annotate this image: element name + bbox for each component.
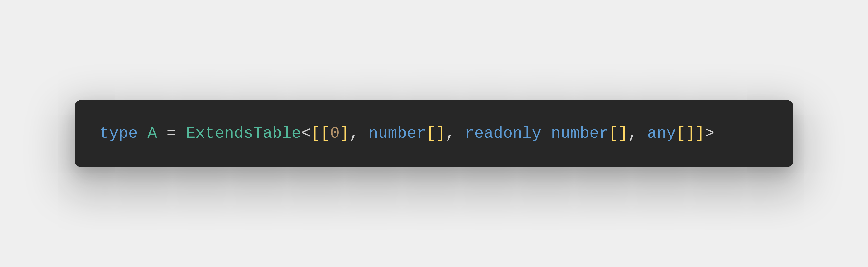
- code-token: []: [609, 125, 628, 142]
- code-token: number: [551, 125, 609, 142]
- code-token: =: [167, 125, 177, 142]
- code-token: [138, 125, 148, 142]
- code-token: [359, 125, 369, 142]
- code-token: ]: [340, 125, 349, 142]
- code-token: number: [368, 125, 426, 142]
- code-token: >: [705, 125, 715, 142]
- code-token: type: [99, 125, 138, 142]
- code-token: readonly: [465, 125, 541, 142]
- code-token: any: [647, 125, 676, 142]
- code-block: type A = ExtendsTable<[[0], number[], re…: [74, 100, 794, 167]
- code-line: type A = ExtendsTable<[[0], number[], re…: [99, 123, 769, 145]
- code-token: ExtendsTable: [186, 125, 301, 142]
- code-token: ,: [628, 125, 638, 142]
- code-token: [541, 125, 551, 142]
- code-token: [638, 125, 647, 142]
- code-token: [176, 125, 186, 142]
- code-token: [[: [311, 125, 330, 142]
- code-token: [157, 125, 167, 142]
- code-token: [455, 125, 465, 142]
- code-token: A: [148, 125, 157, 142]
- code-token: []]: [676, 125, 705, 142]
- code-token: ,: [349, 125, 359, 142]
- code-token: <: [301, 125, 311, 142]
- code-token: []: [426, 125, 445, 142]
- code-token: ,: [445, 125, 455, 142]
- code-token: 0: [330, 125, 340, 142]
